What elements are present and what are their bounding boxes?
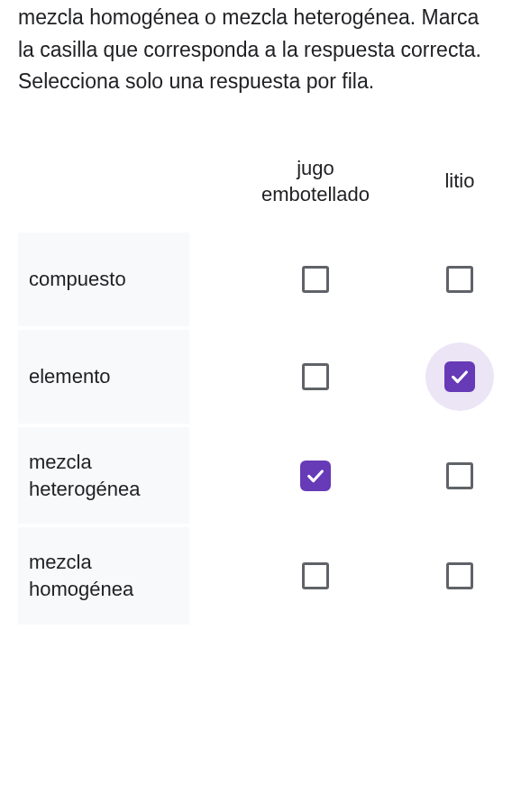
grid-cell <box>189 427 243 524</box>
column-header-2-line2: embotellado <box>261 183 370 205</box>
checkbox[interactable] <box>300 461 331 491</box>
grid-cell <box>189 330 243 424</box>
grid-cell <box>243 233 388 326</box>
grid-cell <box>243 330 388 424</box>
checkbox[interactable] <box>302 562 329 589</box>
checkbox-ripple <box>281 342 350 411</box>
grid-cell <box>189 527 243 624</box>
column-header-empty <box>18 147 189 229</box>
checkbox[interactable] <box>444 361 475 392</box>
row-label: compuesto <box>18 233 189 326</box>
checkbox-ripple <box>281 542 350 610</box>
column-header-2-line1: jugo <box>297 157 334 179</box>
checkbox-ripple <box>281 245 350 314</box>
checkbox[interactable] <box>446 562 473 589</box>
grid-cell <box>243 427 388 524</box>
table-row: mezcla homogénea <box>18 527 494 624</box>
table-row: compuesto <box>18 233 494 326</box>
column-header-2: jugo embotellado <box>243 147 388 229</box>
grid-cell <box>189 233 243 326</box>
checkbox[interactable] <box>446 462 473 489</box>
checkbox-ripple <box>425 245 494 314</box>
table-row: mezcla heterogénea <box>18 427 494 524</box>
grid-cell <box>243 527 388 624</box>
checkbox[interactable] <box>446 266 473 293</box>
grid-cell <box>388 527 494 624</box>
instructions-text: mezcla homogénea o mezcla heterogénea. M… <box>18 0 494 143</box>
checkbox-ripple <box>425 342 494 411</box>
row-label: mezcla homogénea <box>18 527 189 624</box>
column-header-1: nato dio <box>189 147 243 229</box>
answer-grid: nato dio jugo embotellado litio compuest… <box>18 143 494 628</box>
grid-cell <box>388 233 494 326</box>
row-label: elemento <box>18 330 189 424</box>
column-header-3: litio <box>388 147 494 229</box>
checkbox[interactable] <box>302 363 329 390</box>
grid-cell <box>388 330 494 424</box>
checkbox-ripple <box>281 442 350 510</box>
checkbox[interactable] <box>302 266 329 293</box>
checkbox-ripple <box>425 442 494 510</box>
checkbox-ripple <box>425 542 494 610</box>
grid-cell <box>388 427 494 524</box>
table-row: elemento <box>18 330 494 424</box>
row-label: mezcla heterogénea <box>18 427 189 524</box>
